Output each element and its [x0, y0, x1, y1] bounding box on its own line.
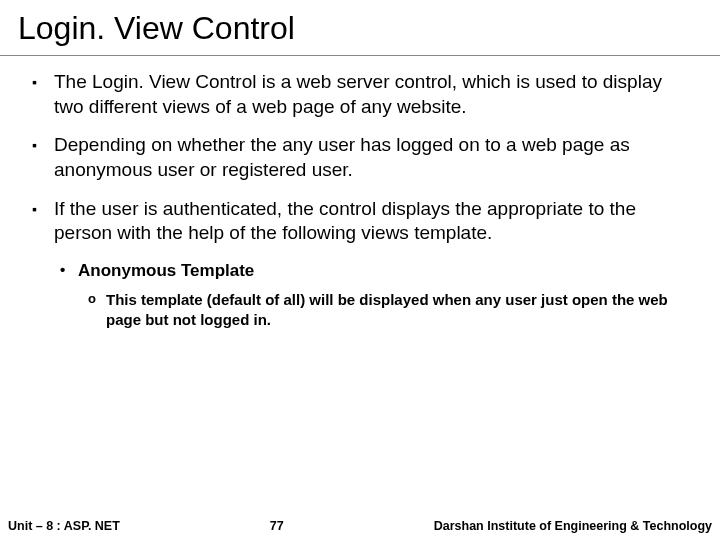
bullet-text: If the user is authenticated, the contro…: [54, 197, 688, 246]
bullet-text: The Login. View Control is a web server …: [54, 70, 688, 119]
bullet-item: ▪ Depending on whether the any user has …: [32, 133, 688, 182]
square-bullet-icon: ▪: [32, 197, 54, 246]
bullet-text: Depending on whether the any user has lo…: [54, 133, 688, 182]
bullet-item-subsub: o This template (default of all) will be…: [88, 290, 688, 329]
bullet-text: This template (default of all) will be d…: [106, 290, 688, 329]
slide-footer: Unit – 8 : ASP. NET 77 Darshan Institute…: [0, 512, 720, 540]
content-area: ▪ The Login. View Control is a web serve…: [0, 56, 720, 329]
footer-page-number: 77: [270, 519, 284, 533]
slide: Login. View Control ▪ The Login. View Co…: [0, 0, 720, 540]
bullet-item-sub: • Anonymous Template: [60, 260, 688, 282]
bullet-text: Anonymous Template: [78, 260, 688, 282]
bullet-item: ▪ If the user is authenticated, the cont…: [32, 197, 688, 246]
page-title: Login. View Control: [0, 0, 720, 56]
dot-bullet-icon: •: [60, 260, 78, 282]
square-bullet-icon: ▪: [32, 133, 54, 182]
bullet-item: ▪ The Login. View Control is a web serve…: [32, 70, 688, 119]
footer-institute: Darshan Institute of Engineering & Techn…: [284, 519, 712, 533]
circle-bullet-icon: o: [88, 290, 106, 329]
footer-unit-label: Unit – 8 : ASP. NET: [8, 519, 120, 533]
square-bullet-icon: ▪: [32, 70, 54, 119]
